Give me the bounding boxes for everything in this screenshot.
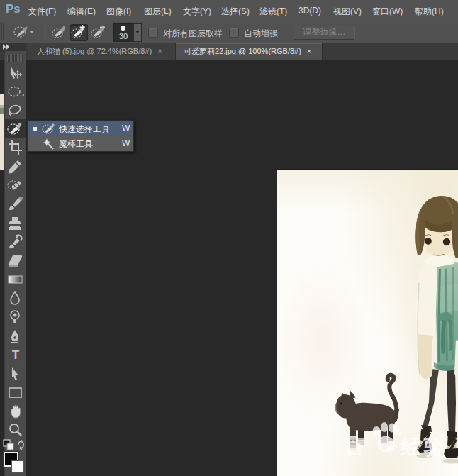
svg-text:百: 百: [344, 436, 364, 458]
svg-text:经验: 经验: [400, 436, 447, 458]
svg-text:30: 30: [119, 32, 128, 40]
